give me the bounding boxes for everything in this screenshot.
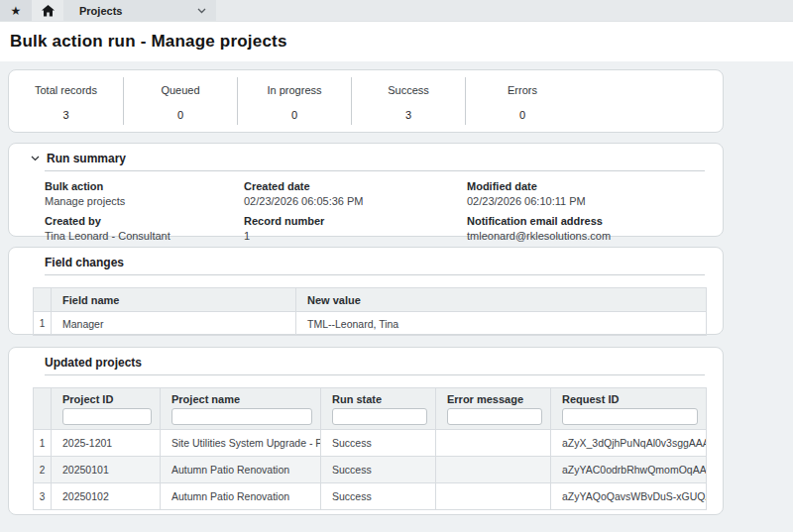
- field-label: Bulk action: [45, 180, 244, 192]
- stat-value: 3: [352, 109, 465, 121]
- cell-request-id: aZyYAQoQavsWBvDuS-xGUQAAAAc: [551, 483, 707, 510]
- stat-success: Success 3: [351, 77, 465, 125]
- cell-error-message: [436, 430, 551, 457]
- column-label: Error message: [447, 393, 523, 405]
- updated-projects-header: Updated projects: [45, 356, 705, 375]
- nav-tab-projects[interactable]: Projects: [63, 0, 216, 21]
- column-header-project-id[interactable]: Project ID: [52, 388, 161, 430]
- table-row[interactable]: 1 Manager TML--Leonard, Tina: [34, 312, 707, 336]
- filter-input-error-message[interactable]: [447, 408, 542, 425]
- field-bulk-action: Bulk action Manage projects: [45, 180, 244, 207]
- cell-error-message: [436, 483, 551, 510]
- cell-request-id: aZyYAC0odrbRhwQmomOqAAAAABA: [551, 457, 707, 483]
- table-row[interactable]: 3 20250102 Autumn Patio Renovation Succe…: [34, 483, 707, 510]
- cell-project-name: Site Utilities System Upgrade - Phase 1: [161, 430, 321, 457]
- field-label: Notification email address: [467, 215, 705, 227]
- home-button[interactable]: [32, 0, 63, 21]
- cell-error-message: [436, 457, 551, 483]
- row-number: 1: [34, 312, 52, 336]
- field-label: Modified date: [467, 180, 705, 192]
- home-icon: [42, 5, 55, 17]
- cell-run-state: Success: [321, 430, 436, 457]
- field-changes-header: Field changes: [45, 256, 705, 275]
- table-row[interactable]: 2 20250101 Autumn Patio Renovation Succe…: [34, 457, 707, 483]
- cell-run-state: Success: [321, 457, 436, 483]
- filter-input-project-name[interactable]: [171, 408, 312, 425]
- run-summary-fields: Bulk action Manage projects Created date…: [45, 180, 705, 242]
- field-label: Created date: [244, 180, 467, 192]
- field-value: 02/23/2026 06:10:11 PM: [467, 195, 705, 207]
- field-value: 1: [244, 230, 467, 242]
- table-header-row: Field name New value: [34, 288, 707, 312]
- cell-field-name: Manager: [52, 312, 296, 336]
- row-number: 2: [34, 457, 52, 483]
- field-created-date: Created date 02/23/2026 06:05:36 PM: [244, 180, 467, 207]
- star-icon: ★: [11, 4, 22, 18]
- stat-value: 0: [238, 109, 351, 121]
- collapse-chevron-icon[interactable]: [31, 156, 40, 161]
- row-number: 1: [34, 430, 52, 457]
- favorites-button[interactable]: ★: [0, 0, 32, 21]
- stat-value: 0: [466, 109, 579, 121]
- column-header-request-id[interactable]: Request ID: [551, 388, 707, 430]
- column-label: Project name: [171, 393, 240, 405]
- row-number: 3: [34, 483, 52, 510]
- cell-project-name: Autumn Patio Renovation: [161, 457, 321, 483]
- top-navigation-bar: ★ Projects: [0, 0, 793, 22]
- field-changes-table: Field name New value 1 Manager TML--Leon…: [33, 287, 707, 336]
- page-title: Bulk action run - Manage projects: [10, 32, 287, 52]
- field-value: 02/23/2026 06:05:36 PM: [244, 195, 467, 207]
- cell-new-value: TML--Leonard, Tina: [296, 312, 707, 336]
- column-header-run-state[interactable]: Run state: [321, 388, 436, 430]
- run-stats-card: Total records 3 Queued 0 In progress 0 S…: [8, 69, 724, 133]
- column-header-new-value[interactable]: New value: [296, 288, 707, 312]
- row-number-header: [34, 288, 52, 312]
- column-label: Run state: [332, 393, 382, 405]
- cell-project-id: 20250101: [52, 457, 161, 483]
- stat-label: Queued: [124, 84, 237, 96]
- cell-request-id: aZyX_3dQjhPuNqAl0v3sggAAADg: [551, 430, 707, 457]
- field-record-number: Record number 1: [244, 215, 467, 242]
- field-label: Record number: [244, 215, 467, 227]
- field-value: Manage projects: [45, 195, 244, 207]
- run-summary-title: Run summary: [47, 152, 126, 165]
- stat-label: Success: [352, 84, 465, 96]
- nav-tab-label: Projects: [79, 5, 122, 17]
- column-header-error-message[interactable]: Error message: [436, 388, 551, 430]
- cell-run-state: Success: [321, 483, 436, 510]
- filter-input-run-state[interactable]: [332, 408, 427, 425]
- run-summary-header[interactable]: Run summary: [45, 152, 705, 171]
- stat-queued: Queued 0: [123, 77, 237, 125]
- column-label: Project ID: [62, 393, 113, 405]
- field-changes-card: Field changes Field name New value 1 Man…: [8, 247, 724, 335]
- column-header-field-name[interactable]: Field name: [52, 288, 296, 312]
- field-modified-date: Modified date 02/23/2026 06:10:11 PM: [467, 180, 705, 207]
- updated-projects-title: Updated projects: [45, 356, 142, 370]
- stat-value: 3: [9, 109, 123, 121]
- cell-project-id: 20250102: [52, 483, 161, 510]
- field-created-by: Created by Tina Leonard - Consultant: [45, 215, 244, 242]
- field-notification-email: Notification email address tmleonard@rkl…: [467, 215, 705, 242]
- field-value: Tina Leonard - Consultant: [45, 230, 244, 242]
- title-bar: Bulk action run - Manage projects: [0, 22, 793, 61]
- table-header-row: Project ID Project name Run state Error …: [34, 388, 707, 430]
- cell-project-name: Autumn Patio Renovation: [161, 483, 321, 510]
- field-changes-title: Field changes: [45, 256, 124, 269]
- stat-in-progress: In progress 0: [237, 77, 351, 125]
- run-summary-card: Run summary Bulk action Manage projects …: [8, 143, 724, 237]
- filter-input-request-id[interactable]: [562, 408, 698, 425]
- filter-input-project-id[interactable]: [62, 408, 152, 425]
- updated-projects-table: Project ID Project name Run state Error …: [33, 387, 707, 510]
- column-header-project-name[interactable]: Project name: [161, 388, 321, 430]
- column-label: Request ID: [562, 393, 619, 405]
- updated-projects-card: Updated projects Project ID Project name: [8, 347, 724, 515]
- stat-label: In progress: [238, 84, 351, 96]
- main-content: Total records 3 Queued 0 In progress 0 S…: [0, 61, 793, 515]
- stat-label: Total records: [9, 84, 123, 96]
- stat-label: Errors: [466, 84, 579, 96]
- field-value: tmleonard@rklesolutions.com: [467, 230, 705, 242]
- chevron-down-icon[interactable]: [197, 8, 206, 14]
- stat-total-records: Total records 3: [9, 77, 123, 125]
- stat-errors: Errors 0: [465, 77, 579, 125]
- table-row[interactable]: 1 2025-1201 Site Utilities System Upgrad…: [34, 430, 707, 457]
